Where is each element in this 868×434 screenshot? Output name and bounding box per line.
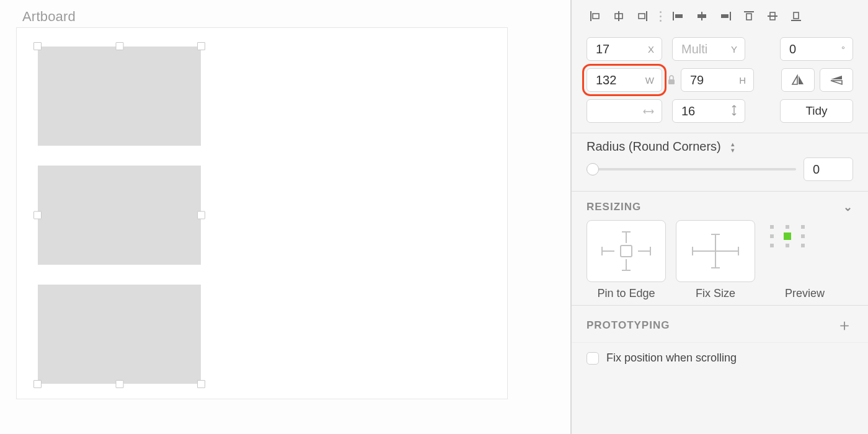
transform-section: X Y ° W [572,31,868,133]
svg-rect-7 [675,14,683,18]
flip-vertical-button[interactable] [820,68,853,92]
svg-rect-17 [794,12,799,19]
svg-rect-16 [791,20,801,21]
alignment-toolbar [572,0,868,31]
vspacing-input[interactable] [680,104,727,119]
svg-rect-27 [621,246,632,257]
fix-position-label: Fix position when scrolling [606,352,737,365]
x-input[interactable] [595,42,644,57]
fix-label: Fix Size [696,287,735,300]
selected-layer[interactable] [38,46,201,146]
tidy-label: Tidy [805,104,827,118]
y-input[interactable] [680,42,727,57]
height-field[interactable]: H [681,68,754,92]
align-left-icon[interactable] [587,7,604,25]
radius-stepper-icon[interactable]: ▴▾ [731,141,735,153]
resize-handle-bot-mid[interactable] [115,380,123,388]
chevron-down-icon: ⌄ [843,200,853,214]
selection-group[interactable] [38,46,201,384]
rotation-input[interactable] [788,42,838,57]
svg-rect-0 [590,11,591,21]
artboard-label[interactable]: Artboard [22,9,76,25]
pin-label: Pin to Edge [597,287,655,300]
svg-rect-9 [701,12,702,20]
fix-position-checkbox[interactable] [587,352,599,365]
radius-section: Radius (Round Corners) ▴▾ [572,133,868,192]
radius-slider[interactable] [587,163,796,175]
height-suffix: H [739,75,746,86]
height-input[interactable] [689,73,735,88]
plus-icon[interactable]: ＋ [836,314,853,336]
align-hcenter-icon[interactable] [610,7,627,25]
align-right-icon[interactable] [634,7,651,25]
distribute-hcenter-icon[interactable] [693,7,711,25]
width-input[interactable] [595,73,642,88]
svg-rect-11 [721,14,728,18]
resize-handle-top-right[interactable] [197,42,205,50]
distribute-left-icon[interactable] [670,7,687,25]
artboard[interactable] [16,27,508,399]
rotation-suffix: ° [841,44,845,55]
pin-to-edge-button[interactable] [587,220,666,282]
resize-handle-top-left[interactable] [33,42,42,50]
svg-rect-10 [730,12,731,20]
preview-label: Preview [785,287,825,300]
svg-rect-12 [744,11,754,12]
svg-rect-1 [593,14,599,19]
resize-handle-mid-right[interactable] [197,211,205,219]
width-suffix: W [645,75,654,86]
resizing-title: RESIZING [587,201,641,213]
y-suffix: Y [731,44,737,55]
vspacing-field[interactable] [672,99,745,123]
fix-position-row[interactable]: Fix position when scrolling [572,343,868,373]
x-suffix: X [648,44,654,55]
resizing-preview [765,220,844,282]
x-field[interactable]: X [587,37,662,61]
selected-layer[interactable] [38,285,201,384]
align-top-icon[interactable] [740,7,758,25]
align-vcenter-icon[interactable] [764,7,781,25]
prototyping-header[interactable]: PROTOTYPING ＋ [572,306,868,342]
resize-handle-bot-right[interactable] [197,380,205,388]
svg-rect-13 [746,14,751,20]
resizing-controls: Pin to Edge Fix Size [572,220,868,305]
radius-input[interactable] [812,162,845,177]
resizing-header[interactable]: RESIZING ⌄ [572,192,868,220]
toolbar-divider [658,7,662,25]
svg-rect-3 [618,11,619,21]
y-field[interactable]: Y [672,37,745,61]
rotation-field[interactable]: ° [780,37,853,61]
svg-rect-6 [673,12,674,20]
svg-rect-5 [639,14,645,19]
canvas[interactable]: Artboard [0,0,570,434]
radius-field[interactable] [804,157,853,181]
align-bottom-icon[interactable] [787,7,805,25]
distribute-right-icon[interactable] [717,7,734,25]
width-field[interactable]: W [587,68,662,92]
inspector-panel: X Y ° W [570,0,868,434]
lock-aspect-icon[interactable] [667,75,676,85]
tidy-button[interactable]: Tidy [780,99,853,123]
svg-rect-15 [768,16,777,17]
hspacing-icon [643,106,654,117]
resize-handle-top-mid[interactable] [115,42,123,50]
resize-handle-mid-left[interactable] [33,211,42,219]
hspacing-field[interactable] [587,99,662,123]
flip-horizontal-button[interactable] [781,68,815,92]
fix-size-button[interactable] [676,220,755,282]
resize-handle-bot-left[interactable] [33,380,42,388]
radius-label: Radius (Round Corners) [587,140,721,154]
svg-rect-4 [646,11,647,21]
prototyping-title: PROTOTYPING [587,319,670,332]
selected-layer[interactable] [38,166,201,265]
vspacing-icon [731,105,737,118]
svg-rect-18 [668,79,675,84]
